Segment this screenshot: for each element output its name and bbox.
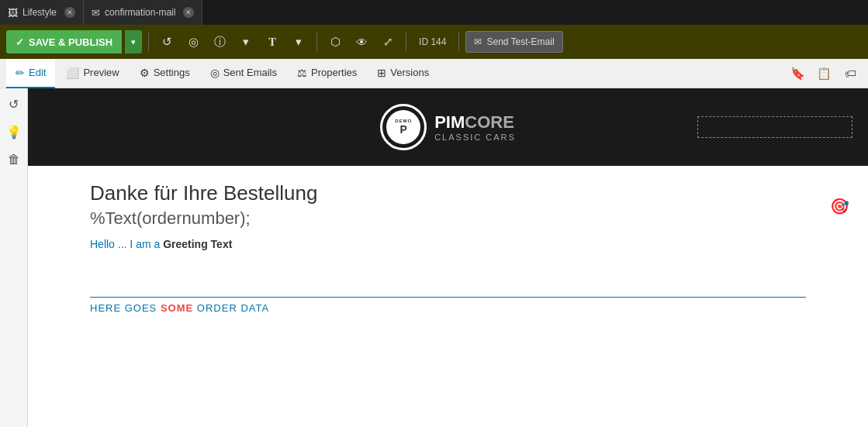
bookmark-button[interactable]: 🔖 <box>786 62 809 85</box>
tab-bar: 🖼 Lifestyle ✕ ✉ confirmation-mail ✕ <box>0 0 868 25</box>
toolbar-separator-3 <box>406 33 406 51</box>
logo-pim: PIM <box>434 112 465 132</box>
header-placeholder-box <box>697 116 852 138</box>
tab-lifestyle-close[interactable]: ✕ <box>64 7 75 18</box>
sent-emails-tab-label: Sent Emails <box>223 67 277 78</box>
logo-circle-inner: DEMO P <box>386 110 420 144</box>
send-test-label: Send Test-Email <box>486 36 554 47</box>
settings-tab-label: Settings <box>154 67 190 78</box>
publish-dropdown-button[interactable]: ▾ <box>125 30 142 53</box>
preview-tab-label: Preview <box>83 67 119 78</box>
email-header: DEMO P PIMCORE CLASSIC CARS <box>28 88 868 166</box>
logo-brand-text: PIMCORE CLASSIC CARS <box>434 112 516 142</box>
properties-icon: ⚖ <box>297 67 307 79</box>
translate-button[interactable]: 𝐓 <box>261 30 284 53</box>
open-button[interactable]: ⬡ <box>323 30 347 53</box>
greeting-text: Hello ... I am a <box>90 238 160 250</box>
info-button[interactable]: ⓘ <box>208 30 231 53</box>
clipboard-button[interactable]: 📋 <box>812 62 835 85</box>
email-title-line2: %Text(ordernumber); <box>90 208 806 229</box>
edit-tab-label: Edit <box>29 67 46 78</box>
lifestyle-icon: 🖼 <box>8 7 18 19</box>
edit-icon: ✏ <box>16 67 25 79</box>
refresh-button[interactable]: ↺ <box>155 30 178 53</box>
email-greeting: Hello ... I am a Greeting Text <box>90 238 806 250</box>
target-button[interactable]: ◎ <box>182 30 205 53</box>
toolbar: ✓ SAVE & PUBLISH ▾ ↺ ◎ ⓘ ▾ 𝐓 ▾ ⬡ 👁 ⤢ ID … <box>0 25 868 59</box>
tab-edit[interactable]: ✏ Edit <box>6 59 55 88</box>
toolbar-separator-2 <box>316 33 317 51</box>
save-publish-label: SAVE & PUBLISH <box>29 36 112 48</box>
versions-tab-label: Versions <box>390 67 429 78</box>
logo-circle: DEMO P <box>380 104 427 150</box>
checkmark-icon: ✓ <box>16 36 24 48</box>
tab-settings[interactable]: ⚙ Settings <box>130 59 199 88</box>
main-layout: ↺ 💡 🗑 DEMO P PIMCORE CLASSIC CARS <box>0 88 868 427</box>
tab-sent-emails[interactable]: ◎ Sent Emails <box>201 59 286 88</box>
document-id: ID 144 <box>413 36 452 47</box>
mail-icon: ✉ <box>92 7 100 19</box>
toolbar-separator-1 <box>148 33 149 51</box>
left-sidebar: ↺ 💡 🗑 <box>0 88 28 427</box>
logo-core: CORE <box>465 112 514 132</box>
tab-confirmation-label: confirmation-mail <box>105 7 175 18</box>
pimcore-logo: DEMO P PIMCORE CLASSIC CARS <box>380 104 516 150</box>
sent-emails-icon: ◎ <box>210 67 220 79</box>
tab-confirmation-close[interactable]: ✕ <box>183 7 194 18</box>
tab-preview[interactable]: ⬜ Preview <box>57 59 128 88</box>
preview-icon: ⬜ <box>66 67 79 79</box>
tab-lifestyle[interactable]: 🖼 Lifestyle ✕ <box>0 0 84 25</box>
tab-versions[interactable]: ⊞ Versions <box>368 59 438 88</box>
sidebar-refresh-icon[interactable]: ↺ <box>5 95 23 113</box>
sidebar-trash-icon[interactable]: 🗑 <box>5 150 23 169</box>
envelope-icon: ✉ <box>474 36 482 47</box>
translate-dropdown-button[interactable]: ▾ <box>287 30 310 53</box>
versions-icon: ⊞ <box>377 67 386 79</box>
email-title-line1: Danke für Ihre Bestellung <box>90 181 806 205</box>
order-pre-text: HERE GOES <box>90 302 161 314</box>
toolbar-separator-4 <box>458 33 459 51</box>
tab-properties[interactable]: ⚖ Properties <box>288 59 366 88</box>
send-test-email-button[interactable]: ✉ Send Test-Email <box>465 31 562 53</box>
target-marker-icon: 🎯 <box>830 197 849 215</box>
order-highlight-text: SOME <box>161 302 193 314</box>
sidebar-lightbulb-icon[interactable]: 💡 <box>5 122 23 141</box>
greeting-bold-text: Greeting Text <box>163 238 232 250</box>
properties-tab-label: Properties <box>311 67 357 78</box>
email-body: Danke für Ihre Bestellung %Text(ordernum… <box>28 166 868 266</box>
edit-bar: ✏ Edit ⬜ Preview ⚙ Settings ◎ Sent Email… <box>0 59 868 88</box>
save-publish-button[interactable]: ✓ SAVE & PUBLISH <box>6 30 122 53</box>
content-area: DEMO P PIMCORE CLASSIC CARS Danke für Ih… <box>28 88 868 427</box>
share-button[interactable]: ⤢ <box>376 30 399 53</box>
order-data-label: HERE GOES SOME ORDER DATA <box>90 302 269 314</box>
tab-lifestyle-label: Lifestyle <box>22 7 57 18</box>
logo-classic-cars: CLASSIC CARS <box>434 133 516 142</box>
logo-p-icon: P <box>399 123 406 136</box>
view-button[interactable]: 👁 <box>350 30 373 53</box>
tab-confirmation-mail[interactable]: ✉ confirmation-mail ✕ <box>84 0 202 25</box>
settings-icon: ⚙ <box>140 67 150 79</box>
order-post-text: ORDER DATA <box>193 302 269 314</box>
order-data-section: HERE GOES SOME ORDER DATA <box>90 297 806 315</box>
tag-button[interactable]: 🏷 <box>839 62 862 85</box>
logo-pimcore-name: PIMCORE <box>434 112 516 133</box>
info-dropdown-button[interactable]: ▾ <box>234 30 258 53</box>
